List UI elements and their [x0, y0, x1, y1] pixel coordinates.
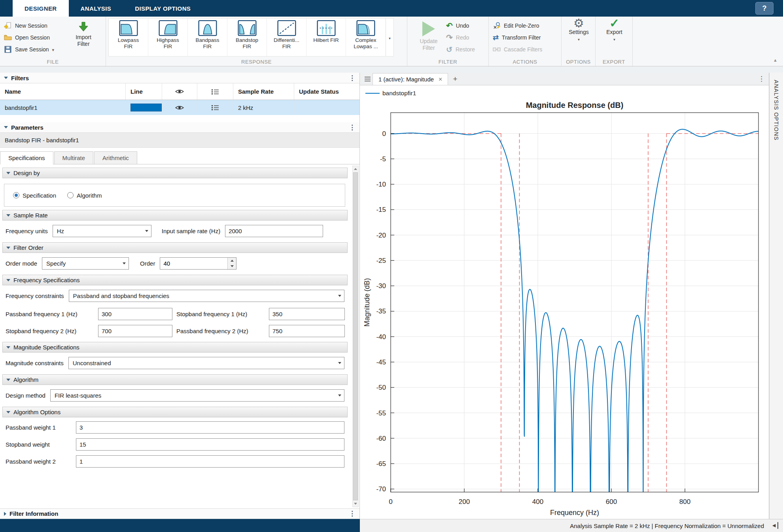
complex-lowpass-fir-button[interactable]: ComplexLowpas ...: [346, 19, 386, 56]
svg-text:-70: -70: [376, 485, 386, 493]
bandpass-fir-button[interactable]: BandpassFIR: [188, 19, 227, 56]
frequency-specs-section-header[interactable]: Frequency Specifications: [2, 275, 348, 285]
response-gallery-expand-button[interactable]: [386, 19, 393, 56]
scrollbar-thumb[interactable]: [353, 172, 358, 500]
hilbert-fir-button[interactable]: Hilbert FIR: [306, 19, 346, 56]
filter-table-row[interactable]: bandstopfir1 2 kHz: [0, 100, 359, 115]
update-status-cell: [294, 100, 359, 115]
save-session-button[interactable]: Save Session: [4, 43, 66, 55]
filter-information-header[interactable]: Filter Information: [0, 508, 359, 519]
filters-menu-button[interactable]: [349, 75, 356, 81]
svg-text:400: 400: [532, 498, 543, 506]
section-frequency-specifications: Frequency Specifications Frequency const…: [0, 275, 350, 339]
parameters-panel-header[interactable]: Parameters: [0, 122, 359, 133]
spinner-down-button[interactable]: [228, 264, 236, 270]
scroll-down-icon[interactable]: [353, 501, 358, 507]
svg-text:-15: -15: [376, 206, 386, 213]
tab-specifications[interactable]: Specifications: [0, 151, 53, 164]
line-swatch[interactable]: [130, 104, 162, 111]
left-panel: Filters Name Line Sample Rate Update Sta…: [0, 73, 360, 519]
tab-multirate[interactable]: Multirate: [54, 151, 94, 164]
frequency-constraints-label: Frequency constraints: [6, 292, 64, 299]
save-session-caret-icon[interactable]: [52, 46, 55, 53]
design-by-section-header[interactable]: Design by: [2, 168, 348, 178]
passband-freq2-label: Passband frequency 2 (Hz): [176, 328, 265, 334]
svg-text:Magnitude Response (dB): Magnitude Response (dB): [526, 101, 624, 109]
differentiator-fir-button[interactable]: Differenti...FIR: [267, 19, 306, 56]
order-mode-select[interactable]: Specify: [42, 257, 129, 270]
dock-to-left-icon[interactable]: [771, 522, 778, 529]
ribbon-section-filter: Update Filter Undo Redo Restore FILTER: [407, 17, 489, 66]
magnitude-specs-section-header[interactable]: Magnitude Specifications: [2, 342, 348, 353]
plot-dock-menu-icon[interactable]: [362, 73, 373, 85]
tab-arithmetic[interactable]: Arithmetic: [94, 151, 137, 164]
filters-panel-header[interactable]: Filters: [0, 73, 359, 83]
tab-designer[interactable]: DESIGNER: [13, 0, 69, 17]
parameters-scrollbar[interactable]: [352, 166, 359, 507]
collapse-triangle-icon: [6, 214, 10, 217]
svg-text:-20: -20: [376, 232, 386, 239]
export-button[interactable]: Export: [606, 20, 622, 43]
filter-information-menu-button[interactable]: [349, 510, 356, 517]
redo-button[interactable]: Redo: [446, 32, 475, 43]
undo-icon: [446, 21, 453, 30]
chevron-down-icon: [577, 36, 581, 43]
stopband-freq2-field[interactable]: [98, 325, 172, 337]
transform-filter-button[interactable]: Transform Filter: [493, 32, 558, 43]
annotation-icon: [211, 89, 219, 95]
highpass-fir-button[interactable]: HighpassFIR: [148, 19, 188, 56]
cascade-filters-button[interactable]: Cascade Filters: [493, 43, 558, 55]
tab-display-options[interactable]: DISPLAY OPTIONS: [123, 0, 202, 17]
visibility-toggle[interactable]: [162, 100, 197, 115]
analysis-options-strip[interactable]: ANALYSIS OPTIONS: [769, 73, 783, 519]
sample-rate-section-header[interactable]: Sample Rate: [2, 210, 348, 221]
lowpass-fir-button[interactable]: LowpassFIR: [109, 19, 148, 56]
section-label-options: OPTIONS: [562, 59, 595, 65]
frequency-constraints-select[interactable]: Passband and stopband frequencies: [69, 290, 344, 302]
passband-weight2-field[interactable]: [76, 455, 344, 468]
radio-specification[interactable]: Specification: [13, 192, 56, 199]
passband-weight1-field[interactable]: [76, 421, 344, 434]
algorithm-options-section-header[interactable]: Algorithm Options: [2, 407, 348, 417]
algorithm-section-header[interactable]: Algorithm: [2, 374, 348, 385]
filter-order-section-header[interactable]: Filter Order: [2, 242, 348, 253]
passband-freq2-field[interactable]: [269, 325, 345, 337]
magnitude-plot-tab[interactable]: 1 (active): Magnitude ×: [373, 73, 448, 85]
edit-pole-zero-button[interactable]: Edit Pole-Zero: [493, 20, 558, 32]
annotation-toggle[interactable]: [197, 100, 233, 115]
bandstop-fir-button[interactable]: BandstopFIR: [227, 19, 267, 56]
open-session-button[interactable]: Open Session: [4, 32, 66, 43]
tab-analysis[interactable]: ANALYSIS: [69, 0, 123, 17]
add-plot-tab-button[interactable]: +: [448, 73, 462, 85]
section-sample-rate: Sample Rate Frequency units Hz Input sam…: [0, 210, 350, 239]
design-method-label: Design method: [6, 392, 45, 399]
settings-button[interactable]: Settings: [569, 20, 589, 43]
stopband-weight-field[interactable]: [76, 438, 344, 451]
parameters-menu-button[interactable]: [349, 124, 356, 131]
order-field[interactable]: [160, 258, 227, 269]
plot-menu-button[interactable]: [758, 73, 765, 85]
section-label-export: EXPORT: [596, 59, 632, 65]
ribbon-collapse-chevron-icon[interactable]: [773, 58, 777, 62]
scroll-up-icon[interactable]: [353, 166, 358, 172]
undo-button[interactable]: Undo: [446, 20, 475, 32]
highpass-fir-icon: [159, 20, 178, 36]
input-sample-rate-field[interactable]: [225, 225, 323, 237]
frequency-units-select[interactable]: Hz: [53, 225, 151, 237]
spinner-up-button[interactable]: [228, 258, 236, 264]
ribbon-filler: [633, 17, 783, 66]
open-session-icon: [4, 34, 12, 42]
import-filter-button[interactable]: Import Filter: [66, 20, 100, 47]
design-method-select[interactable]: FIR least-squares: [50, 389, 344, 402]
close-icon[interactable]: ×: [439, 76, 442, 83]
stopband-freq1-field[interactable]: [269, 308, 345, 320]
help-button[interactable]: ?: [755, 2, 774, 15]
new-session-button[interactable]: New Session: [4, 20, 66, 32]
restore-button[interactable]: Restore: [446, 43, 475, 55]
passband-weight1-label: Passband weight 1: [6, 424, 72, 431]
radio-algorithm[interactable]: Algorithm: [67, 192, 102, 199]
magnitude-constraints-select[interactable]: Unconstrained: [68, 357, 344, 369]
section-label-response: RESPONSE: [106, 59, 407, 65]
update-filter-button[interactable]: Update Filter: [411, 20, 446, 51]
passband-freq1-field[interactable]: [98, 308, 172, 320]
